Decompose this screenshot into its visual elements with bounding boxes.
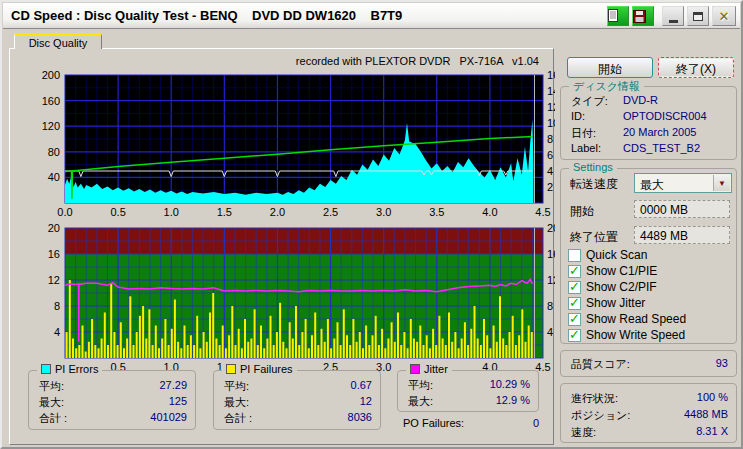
svg-text:12: 12: [547, 274, 555, 286]
svg-text:16: 16: [547, 69, 555, 81]
progress-box: 進行状況:100 % ポジション:4488 MB 速度:8.31 X: [560, 383, 737, 443]
svg-text:3.0: 3.0: [376, 206, 391, 218]
svg-text:4: 4: [54, 326, 60, 338]
speed-select[interactable]: 最大 ▼: [634, 173, 732, 193]
save-icon[interactable]: [632, 6, 654, 26]
chevron-down-icon[interactable]: ▼: [713, 175, 730, 191]
pi-failures-jitter-chart: 0.00.51.01.52.02.53.03.54.04.54812162048…: [10, 221, 555, 375]
progress-row: 進行状況:100 %: [571, 391, 728, 406]
maximize-icon: [693, 12, 703, 21]
po-failures-label: PO Failures:: [403, 417, 464, 429]
info-row: 日付:20 March 2005: [571, 126, 728, 141]
jitter-box: Jitter 平均:10.29 % 最大:12.9 %: [397, 370, 539, 412]
svg-text:16: 16: [547, 248, 555, 260]
pi-errors-legend: PI Errors: [55, 363, 98, 375]
quick-scan-label: Quick Scan: [586, 248, 647, 262]
svg-text:4.0: 4.0: [482, 206, 497, 218]
svg-text:14: 14: [547, 85, 555, 97]
info-row: ID:OPTODISCR004: [571, 110, 728, 122]
speed-label: 転送速度: [570, 176, 618, 193]
show-write-speed-checkbox[interactable]: [568, 329, 581, 342]
progress-row: 速度:8.31 X: [571, 425, 728, 440]
stat-row: 最大:12.9 %: [408, 394, 530, 409]
svg-text:20: 20: [48, 222, 60, 234]
pi-failures-legend: PI Failures: [240, 363, 293, 375]
pi-failures-swatch: [226, 364, 236, 374]
stat-row: 合計 :8036: [224, 411, 372, 426]
stat-row: 最大:12: [224, 395, 372, 410]
progress-row: ポジション:4488 MB: [571, 408, 728, 423]
info-row: タイプ:DVD-R: [571, 94, 728, 109]
minimize-icon: [669, 20, 678, 23]
stat-row: 平均:27.29: [39, 379, 187, 394]
start-button[interactable]: 開始: [567, 57, 653, 78]
svg-text:120: 120: [42, 120, 60, 132]
svg-text:3.5: 3.5: [429, 206, 444, 218]
quick-scan-checkbox[interactable]: [568, 249, 581, 262]
info-row: Label:CDS_TEST_B2: [571, 142, 728, 154]
show-c1-pie-label: Show C1/PIE: [586, 264, 657, 278]
pi-errors-box: PI Errors 平均:27.29 最大:125 合計 :401029: [28, 370, 196, 430]
close-icon: ✕: [719, 9, 730, 24]
svg-text:12: 12: [547, 101, 555, 113]
start-pos-label: 開始: [570, 203, 594, 220]
show-write-speed-label: Show Write Speed: [586, 328, 685, 342]
svg-text:80: 80: [48, 146, 60, 158]
jitter-legend: Jitter: [424, 363, 448, 375]
show-jitter-label: Show Jitter: [586, 296, 645, 310]
pi-errors-speed-chart: 0.00.51.01.52.02.53.03.54.04.54080120160…: [10, 49, 555, 221]
svg-text:200: 200: [42, 69, 60, 81]
svg-text:12: 12: [48, 274, 60, 286]
svg-text:2.0: 2.0: [270, 206, 285, 218]
end-pos-label: 終了位置: [570, 229, 618, 246]
copy-icon[interactable]: [607, 6, 629, 26]
disc-info-legend: ディスク情報: [569, 79, 644, 94]
svg-text:4.5: 4.5: [535, 206, 550, 218]
tab-label: Disc Quality: [29, 37, 88, 49]
po-failures-row: PO Failures:0: [403, 417, 539, 429]
start-pos-field[interactable]: 0000 MB: [634, 200, 730, 218]
po-failures-value: 0: [533, 417, 539, 429]
svg-text:40: 40: [48, 171, 60, 183]
stat-row: 最大:125: [39, 395, 187, 410]
svg-text:8: 8: [547, 133, 553, 145]
end-pos-field[interactable]: 4489 MB: [634, 226, 730, 244]
show-c2-pif-checkbox[interactable]: [568, 281, 581, 294]
quality-score-value: 93: [716, 357, 728, 372]
disc-info-box: ディスク情報 タイプ:DVD-R ID:OPTODISCR004 日付:20 M…: [560, 86, 737, 160]
svg-text:0.5: 0.5: [110, 206, 125, 218]
svg-text:0.0: 0.0: [57, 206, 72, 218]
quality-score-row: 品質スコア:93: [571, 357, 728, 372]
minimize-button[interactable]: [662, 6, 684, 26]
pi-failures-box: PI Failures 平均:0.67 最大:12 合計 :8036: [213, 370, 381, 430]
close-button[interactable]: ✕: [712, 6, 736, 26]
svg-text:20: 20: [547, 222, 555, 234]
show-c2-pif-label: Show C2/PIF: [586, 280, 657, 294]
svg-text:4: 4: [547, 326, 553, 338]
maximize-button[interactable]: [687, 6, 709, 26]
svg-text:16: 16: [48, 248, 60, 260]
svg-text:8: 8: [547, 300, 553, 312]
titlebar[interactable]: CD Speed : Disc Quality Test - BENQ DVD …: [3, 3, 740, 29]
speed-value: 最大: [640, 178, 664, 192]
svg-text:6: 6: [547, 149, 553, 161]
show-read-speed-label: Show Read Speed: [586, 312, 686, 326]
svg-text:8: 8: [54, 300, 60, 312]
exit-button[interactable]: 終了(X): [658, 57, 734, 78]
stat-row: 平均:0.67: [224, 379, 372, 394]
show-jitter-checkbox[interactable]: [568, 297, 581, 310]
show-read-speed-checkbox[interactable]: [568, 313, 581, 326]
svg-text:160: 160: [42, 95, 60, 107]
svg-text:2: 2: [547, 181, 553, 193]
show-c1-pie-checkbox[interactable]: [568, 265, 581, 278]
svg-text:2.5: 2.5: [323, 206, 338, 218]
svg-text:1.5: 1.5: [217, 206, 232, 218]
jitter-swatch: [410, 364, 420, 374]
stat-row: 平均:10.29 %: [408, 378, 530, 393]
pi-errors-swatch: [41, 364, 51, 374]
tab-disc-quality[interactable]: Disc Quality: [14, 33, 102, 49]
quality-score-label: 品質スコア:: [571, 357, 630, 372]
disc-quality-panel: recorded with PLEXTOR DVDR PX-716A v1.04…: [9, 48, 554, 445]
quality-score-box: 品質スコア:93: [560, 350, 737, 377]
svg-text:4: 4: [547, 165, 553, 177]
